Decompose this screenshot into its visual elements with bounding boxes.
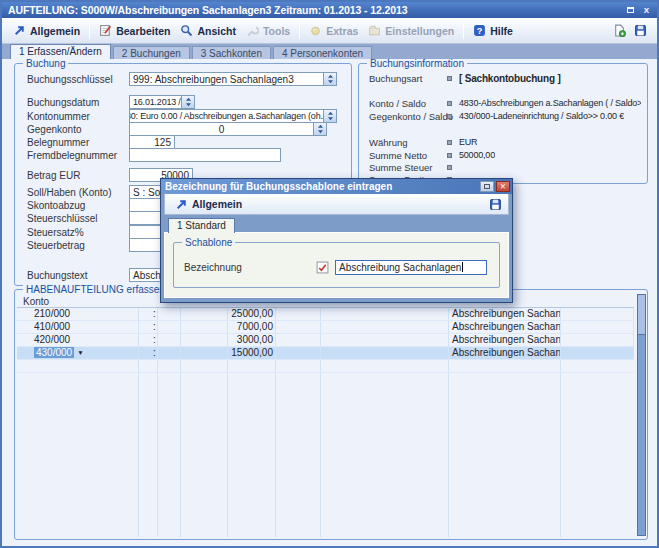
menu-item-allgemein[interactable]: Allgemein — [8, 22, 85, 39]
gegenkonto-combo[interactable]: 0 — [129, 122, 327, 136]
belegnummer-input[interactable]: 125 — [129, 135, 175, 149]
spinner-icon[interactable] — [181, 96, 194, 108]
schablone-dialog: Bezeichnung für Buchungsschablone eintra… — [160, 178, 513, 303]
restore-button[interactable] — [624, 5, 637, 16]
menu-item-ansicht[interactable]: Ansicht — [175, 22, 241, 39]
summe-steuer-label: Summe Steuer — [369, 162, 447, 173]
habenaufteilung-group: HABENAUFTEILUNG erfassen Konto 210/000 :… — [14, 289, 648, 540]
edit-icon — [99, 24, 112, 37]
spinner-icon[interactable] — [323, 73, 336, 85]
waehrung-value: EUR — [459, 137, 477, 147]
spinner-icon[interactable] — [323, 110, 336, 122]
bullet-icon — [447, 165, 452, 170]
settings-icon — [368, 24, 381, 37]
tab-personenkonten[interactable]: 4 Personenkonten — [273, 46, 372, 59]
menu-item-extras[interactable]: Extras — [304, 22, 363, 39]
dialog-tab-standard[interactable]: 1 Standard — [168, 218, 235, 233]
steuerschluessel-label: Steuerschlüssel — [27, 213, 127, 224]
buchungsschluessel-label: Buchungsschlüssel — [27, 74, 127, 85]
buchungsschluessel-combo[interactable]: 999: Abschreibungen Sachanlagen3 — [129, 72, 337, 86]
dialog-minimize-button[interactable] — [480, 181, 494, 192]
edit-check-icon[interactable] — [316, 261, 329, 274]
kontonummer-combo[interactable]: 4830: Euro 0.00 / Abschreibungen a.Sacha… — [129, 109, 337, 123]
menu-item-hilfe[interactable]: ? Hilfe — [468, 22, 518, 39]
kontonummer-label: Kontonummer — [27, 111, 127, 122]
buchungsinformation-legend: Buchungsinformation — [367, 58, 467, 69]
save-icon[interactable] — [489, 198, 502, 211]
dialog-menu-allgemein[interactable]: Allgemein — [171, 197, 246, 212]
tab-sachkonten[interactable]: 3 Sachkonten — [192, 46, 271, 59]
bullet-icon — [447, 153, 452, 158]
soll-haben-label: Soll/Haben (Konto) — [27, 187, 127, 198]
window-title: AUFTEILUNG: S000W/Abschreibungen Sachanl… — [8, 4, 621, 16]
title-bar: AUFTEILUNG: S000W/Abschreibungen Sachanl… — [2, 2, 657, 18]
gegenkonto-saldo-value: 430/000-Ladeneinrichtung / Saldo>> 0.00 … — [459, 111, 624, 121]
dialog-title: Bezeichnung für Buchungsschablone eintra… — [165, 181, 478, 192]
konto-saldo-value: 4830-Abschreibungen a.Sachanlagen ( / Sa… — [459, 98, 641, 108]
new-document-icon[interactable] — [613, 24, 626, 37]
fremdbelegnummer-label: Fremdbelegnummer — [27, 150, 127, 161]
buchungsinformation-group: Buchungsinformation Buchungsart [ Sachko… — [358, 63, 648, 184]
buchungsart-value: [ Sachkontobuchung ] — [459, 73, 561, 84]
bullet-icon — [447, 140, 452, 145]
spinner-icon[interactable] — [313, 123, 326, 135]
tab-buchungen[interactable]: 2 Buchungen — [113, 46, 190, 59]
close-button[interactable]: X — [640, 5, 653, 16]
restore-icon — [627, 7, 634, 13]
menu-item-tools[interactable]: Tools — [241, 22, 295, 39]
table-row-selected[interactable]: 430/000 ▼ : Ladeneinrichtung ▼ 15000,00 … — [17, 347, 634, 360]
vertical-scrollbar[interactable] — [637, 294, 646, 536]
schablone-group: Schablone Bezeichnung Abschreibung Sacha… — [173, 242, 500, 288]
table-row[interactable]: 210/000 : Maschinen 25000,00 Abschreibun… — [17, 308, 634, 321]
bullet-icon — [447, 114, 452, 119]
buchungsdatum-combo[interactable]: 16.01.2013 /Mi — [129, 95, 195, 109]
menu-separator — [463, 23, 464, 39]
app-window: AUFTEILUNG: S000W/Abschreibungen Sachanl… — [0, 0, 659, 548]
aufteilung-table: Konto 210/000 : Maschinen 25000,00 Absch… — [17, 295, 634, 537]
tab-erfassen-aendern[interactable]: 1 Erfassen/Ändern — [10, 44, 111, 59]
menu-item-bearbeiten[interactable]: Bearbeiten — [94, 22, 175, 39]
tab-bar: 1 Erfassen/Ändern 2 Buchungen 3 Sachkont… — [2, 44, 657, 59]
svg-text:?: ? — [477, 26, 483, 36]
bullet-icon — [447, 101, 452, 106]
dialog-title-bar: Bezeichnung für Buchungsschablone eintra… — [161, 179, 512, 194]
help-icon: ? — [473, 24, 486, 37]
table-row[interactable]: 420/000 : Büroeinrichtung 3000,00 Abschr… — [17, 334, 634, 347]
summe-netto-label: Summe Netto — [369, 150, 447, 161]
bezeichnung-input[interactable]: Abschreibung Sachanlagen — [335, 260, 487, 275]
habenaufteilung-legend: HABENAUFTEILUNG erfassen — [23, 284, 168, 295]
menu-separator — [89, 23, 90, 39]
betrag-eur-label: Betrag EUR — [27, 170, 127, 181]
dialog-tab-bar: 1 Standard — [164, 215, 509, 232]
tools-icon — [246, 24, 259, 37]
save-icon[interactable] — [634, 24, 647, 37]
buchungstext-label: Buchungstext — [27, 270, 127, 281]
dropdown-arrow-icon[interactable]: ▼ — [77, 349, 83, 356]
magnifier-icon — [180, 24, 193, 37]
extras-icon — [309, 24, 322, 37]
menu-bar: Allgemein Bearbeiten Ansicht Tools Extra… — [2, 18, 657, 44]
table-empty-area — [17, 373, 634, 537]
menu-separator — [299, 23, 300, 39]
arrow-ne-icon — [175, 198, 188, 211]
table-row-empty — [17, 360, 634, 373]
waehrung-label: Währung — [369, 137, 447, 148]
konto-saldo-label: Konto / Saldo — [369, 98, 447, 109]
menu-item-einstellungen[interactable]: Einstellungen — [363, 22, 459, 39]
minimize-icon — [484, 184, 490, 189]
dialog-tab-page: Schablone Bezeichnung Abschreibung Sacha… — [164, 232, 509, 298]
gegenkonto-label: Gegenkonto — [27, 124, 127, 135]
dialog-close-button[interactable]: ✕ — [496, 181, 510, 192]
buchung-legend: Buchung — [23, 58, 68, 69]
column-header-konto: Konto — [23, 296, 49, 307]
summe-netto-value: 50000,00 — [459, 150, 495, 160]
steuersatz-label: Steuersatz% — [27, 227, 127, 238]
scrollbar-thumb[interactable] — [638, 295, 645, 335]
gegenkonto-saldo-label: Gegenkonto / Saldo — [369, 111, 447, 122]
text-caret — [462, 262, 463, 272]
dialog-menu-bar: Allgemein — [164, 194, 509, 215]
buchungsdatum-label: Buchungsdatum — [27, 97, 127, 108]
table-row[interactable]: 410/000 : Geschäftsausstat 7000,00 Absch… — [17, 321, 634, 334]
fremdbelegnummer-input[interactable] — [129, 148, 281, 162]
steuerbetrag-label: Steuerbetrag — [27, 240, 127, 251]
